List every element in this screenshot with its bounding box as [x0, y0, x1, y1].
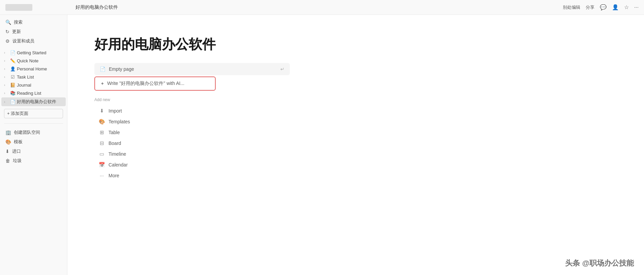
- topbar-title: 好用的电脑办公软件: [75, 4, 118, 10]
- sidebar-item-search[interactable]: 🔍 搜索: [1, 18, 66, 27]
- current-page-label: 好用的电脑办公软件: [17, 99, 56, 105]
- action-row-import[interactable]: ⬇ Import: [94, 105, 202, 116]
- search-icon: 🔍: [5, 20, 11, 25]
- personal-home-icon: 👤: [10, 66, 16, 71]
- import-action-label: Import: [109, 108, 122, 114]
- quick-note-icon: ✏️: [10, 58, 16, 63]
- reading-list-label: Reading List: [17, 91, 41, 96]
- calendar-action-label: Calendar: [109, 162, 128, 167]
- sidebar-item-task-list[interactable]: › ☑ Task List: [1, 73, 66, 81]
- sidebar-item-current-page[interactable]: › 📄 好用的电脑办公软件: [1, 97, 66, 106]
- quick-note-label: Quick Note: [17, 58, 38, 63]
- topbar-edit-action[interactable]: 别处编辑: [563, 4, 580, 10]
- sidebar-top: 🔍 搜索 ↻ 更新 ⚙ 设置和成员: [0, 16, 67, 47]
- journal-icon: 📔: [10, 83, 16, 88]
- more-action-label: More: [109, 173, 119, 178]
- sidebar-item-trash[interactable]: 🗑 垃圾: [1, 156, 66, 165]
- page-title: 好用的电脑办公软件: [94, 35, 617, 54]
- topbar-left: 好用的电脑办公软件: [5, 4, 118, 11]
- sidebar-item-settings[interactable]: ⚙ 设置和成员: [1, 36, 66, 46]
- sidebar-item-templates[interactable]: 🎨 模板: [1, 137, 66, 147]
- create-team-label: 创建团队空间: [14, 129, 40, 135]
- app-logo: [5, 4, 32, 11]
- current-page-icon: 📄: [10, 99, 16, 104]
- action-row-templates[interactable]: 🎨 Templates: [94, 116, 202, 127]
- getting-started-label: Getting Started: [17, 50, 46, 55]
- more-icon[interactable]: ···: [634, 4, 639, 10]
- settings-icon: ⚙: [5, 38, 10, 44]
- add-page-button[interactable]: + 添加页面: [4, 109, 63, 118]
- action-row-more[interactable]: ··· More: [94, 170, 202, 181]
- getting-started-icon: 📄: [10, 50, 16, 55]
- sidebar-item-quick-note[interactable]: › ✏️ Quick Note: [1, 57, 66, 65]
- sidebar-item-reading-list[interactable]: › 📚 Reading List: [1, 89, 66, 97]
- return-icon: ↵: [280, 66, 284, 72]
- add-new-label: Add new: [94, 97, 617, 102]
- action-row-timeline[interactable]: ▭ Timeline: [94, 149, 202, 159]
- personal-home-label: Personal Home: [17, 66, 47, 71]
- task-list-icon: ☑: [10, 74, 16, 80]
- sidebar-item-personal-home[interactable]: › 👤 Personal Home: [1, 65, 66, 73]
- table-action-icon: ⊞: [98, 129, 105, 135]
- empty-page-icon: 📄: [100, 66, 105, 72]
- content-area: 好用的电脑办公软件 📄 Empty page ↵ ✦ Write "好用的电脑办…: [67, 15, 644, 275]
- board-action-label: Board: [109, 141, 121, 146]
- sidebar-settings-label: 设置和成员: [12, 38, 34, 44]
- topbar-share-action[interactable]: 分享: [586, 4, 594, 10]
- chevron-icon: ›: [4, 51, 9, 55]
- update-icon: ↻: [5, 29, 9, 34]
- reading-list-icon: 📚: [10, 91, 16, 96]
- task-list-label: Task List: [17, 74, 34, 80]
- import-label: 进口: [12, 148, 21, 154]
- chevron-icon: ›: [4, 100, 9, 104]
- templates-icon: 🎨: [5, 139, 11, 145]
- ai-write-label: Write "好用的电脑办公软件" with AI...: [107, 81, 184, 87]
- action-row-table[interactable]: ⊞ Table: [94, 127, 202, 138]
- sidebar-search-label: 搜索: [14, 19, 23, 25]
- empty-page-label: Empty page: [109, 66, 134, 72]
- import-action-icon: ⬇: [98, 108, 105, 114]
- ai-write-button[interactable]: ✦ Write "好用的电脑办公软件" with AI...: [94, 77, 216, 91]
- sidebar-update-label: 更新: [12, 29, 21, 35]
- templates-action-icon: 🎨: [98, 119, 105, 125]
- sidebar-item-import[interactable]: ⬇ 进口: [1, 147, 66, 156]
- topbar: 好用的电脑办公软件 别处编辑 分享 💬 👤 ☆ ···: [0, 0, 644, 15]
- sidebar-item-getting-started[interactable]: › 📄 Getting Started: [1, 49, 66, 57]
- sidebar-divider: [4, 123, 63, 124]
- main-layout: 🔍 搜索 ↻ 更新 ⚙ 设置和成员 › 📄 Getting Started › …: [0, 15, 644, 275]
- templates-label: 模板: [14, 139, 23, 145]
- timeline-action-icon: ▭: [98, 151, 105, 157]
- add-page-container: + 添加页面: [3, 109, 64, 119]
- action-row-calendar[interactable]: 📅 Calendar: [94, 159, 202, 170]
- sidebar-nav-section: › 📄 Getting Started › ✏️ Quick Note › 👤 …: [0, 49, 67, 106]
- templates-action-label: Templates: [109, 119, 130, 124]
- chevron-icon: ›: [4, 83, 9, 87]
- sidebar-bottom: 🏢 创建团队空间 🎨 模板 ⬇ 进口 🗑 垃圾: [0, 126, 67, 167]
- sidebar-item-create-team[interactable]: 🏢 创建团队空间: [1, 128, 66, 137]
- calendar-action-icon: 📅: [98, 162, 105, 168]
- user-icon[interactable]: 👤: [612, 4, 619, 10]
- chevron-icon: ›: [4, 75, 9, 79]
- import-icon: ⬇: [5, 149, 9, 154]
- trash-label: 垃圾: [13, 158, 22, 164]
- star-icon[interactable]: ☆: [624, 4, 629, 10]
- board-action-icon: ⊟: [98, 140, 105, 146]
- chevron-icon: ›: [4, 59, 9, 63]
- topbar-right: 别处编辑 分享 💬 👤 ☆ ···: [563, 4, 639, 10]
- empty-page-left: 📄 Empty page: [100, 66, 134, 72]
- comment-icon[interactable]: 💬: [600, 4, 607, 10]
- sidebar: 🔍 搜索 ↻ 更新 ⚙ 设置和成员 › 📄 Getting Started › …: [0, 15, 67, 275]
- trash-icon: 🗑: [5, 158, 10, 163]
- journal-label: Journal: [17, 83, 31, 88]
- timeline-action-label: Timeline: [109, 151, 126, 157]
- add-page-label: + 添加页面: [7, 111, 28, 117]
- table-action-label: Table: [109, 130, 120, 135]
- sidebar-item-update[interactable]: ↻ 更新: [1, 27, 66, 36]
- empty-page-row[interactable]: 📄 Empty page ↵: [94, 63, 290, 75]
- create-team-icon: 🏢: [5, 130, 11, 135]
- more-action-icon: ···: [98, 173, 105, 178]
- ai-sparkle-icon: ✦: [100, 81, 104, 86]
- sidebar-item-journal[interactable]: › 📔 Journal: [1, 81, 66, 89]
- action-row-board[interactable]: ⊟ Board: [94, 138, 202, 149]
- chevron-icon: ›: [4, 67, 9, 71]
